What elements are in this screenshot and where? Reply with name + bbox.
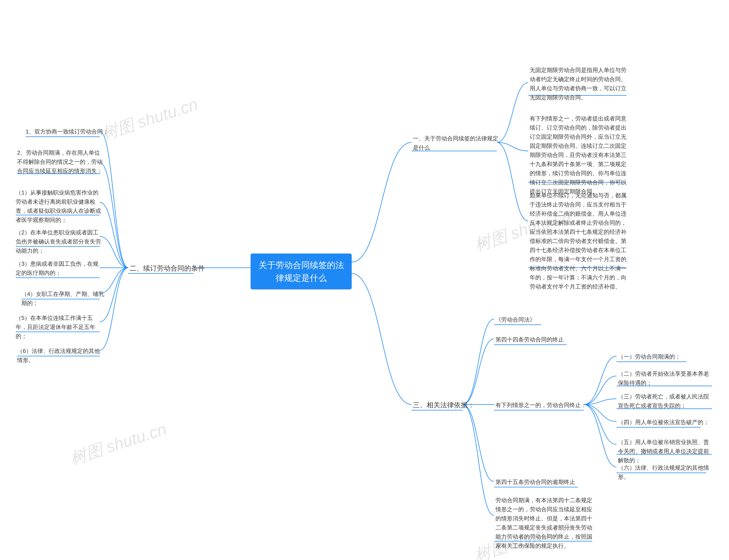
- b3-sub-4[interactable]: （四）用人单位被依法宣告破产的；: [618, 418, 709, 427]
- b2-leaf-5[interactable]: （3）患病或者非因工负伤，在规定的医疗期内的；: [16, 259, 101, 277]
- b2-leaf-8[interactable]: （6）法律、行政法规规定的其他情形。: [17, 346, 103, 365]
- b2-leaf-4[interactable]: （2）在本单位患职业病或者因工负伤并被确认丧失或者部分丧失劳动能力的；: [16, 228, 101, 255]
- b2-leaf-3[interactable]: （1）从事接触职业病危害作业的劳动者未进行离岗前职业健康检查，或者疑似职业病病人…: [16, 188, 101, 224]
- branch-1-label[interactable]: 一、关于劳动合同续签的法律规定是什么: [413, 134, 498, 152]
- b3-leaf-4[interactable]: 第四十五条劳动合同的逾期终止: [495, 477, 575, 487]
- mindmap-canvas: 树图 shutu.cn 树图 shutu.cn 树图 shutu.cn 树图 s…: [0, 0, 729, 560]
- b3-leaf-2[interactable]: 第四十四条劳动合同的终止: [495, 335, 564, 344]
- b2-leaf-1[interactable]: 1、双方协商一致续订劳动合同；: [26, 127, 109, 136]
- b3-leaf-5[interactable]: 劳动合同期满，有本法第四十二条规定情形之一的，劳动合同应当续延至相应的情形消失时…: [495, 496, 592, 550]
- b3-sub-6[interactable]: （六）法律、行政法规规定的其他情形。: [618, 463, 709, 481]
- b3-sub-3[interactable]: （三）劳动者死亡，或者被人民法院宣告死亡或者宣告失踪的；: [618, 392, 709, 410]
- b3-leaf-3[interactable]: 有下列情形之一的，劳动合同终止：: [495, 400, 587, 410]
- b2-leaf-6[interactable]: （4）女职工在孕期、产期、哺乳期的；: [21, 289, 107, 308]
- watermark: 树图 shutu.cn: [99, 93, 201, 146]
- b2-leaf-2[interactable]: 2、劳动合同期满，存在用人单位不得解除合同的情况之一的，劳动合同应当续延至相应的…: [17, 148, 103, 175]
- watermark: 树图 shutu.cn: [68, 418, 170, 470]
- b2-leaf-7[interactable]: （5）在本单位连续工作满十五年，且距法定退休年龄不足五年的；: [16, 313, 101, 341]
- root-node[interactable]: 关于劳动合同续签的法律规定是什么: [251, 254, 352, 289]
- b3-leaf-1[interactable]: 《劳动合同法》: [495, 315, 535, 324]
- b3-sub-2[interactable]: （二）劳动者开始依法享受基本养老保险待遇的；: [618, 369, 709, 387]
- branch-2-label[interactable]: 二、续订劳动合同的条件: [130, 264, 205, 273]
- b1-leaf-2[interactable]: 有下列情形之一，劳动者提出或者同意续订、订立劳动合同的，除劳动者提出订立固定期限…: [530, 114, 626, 196]
- branch-3-label[interactable]: 三、相关法律依据：: [413, 400, 474, 410]
- b1-leaf-3[interactable]: 如果单位不续订，无论通知与否，都属于违法终止劳动合同，应当支付相当于经济补偿金二…: [530, 191, 626, 291]
- b1-leaf-1[interactable]: 无固定期限劳动合同是指用人单位与劳动者约定无确定终止时间的劳动合同。用人单位与劳…: [530, 66, 626, 102]
- b3-sub-5[interactable]: （五）用人单位被吊销营业执照、责令关闭、撤销或者用人单位决定提前解散的；: [618, 438, 709, 465]
- b3-sub-1[interactable]: （一）劳动合同期满的；: [618, 352, 681, 361]
